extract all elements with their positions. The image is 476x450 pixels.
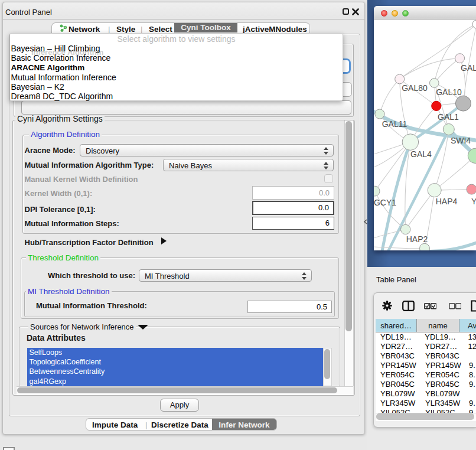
svg-text:GAL11: GAL11 bbox=[382, 119, 407, 129]
svg-text:Y: Y bbox=[471, 197, 476, 206]
svg-text:GCY1: GCY1 bbox=[374, 198, 396, 207]
svg-text:GAL1: GAL1 bbox=[438, 112, 459, 122]
svg-text:GAL: GAL bbox=[461, 63, 476, 73]
svg-text:SWI4: SWI4 bbox=[451, 136, 471, 145]
svg-text:GAL80: GAL80 bbox=[402, 83, 428, 93]
svg-text:GAL10: GAL10 bbox=[436, 87, 462, 97]
svg-text:HAP2: HAP2 bbox=[406, 234, 428, 244]
svg-text:HAP4: HAP4 bbox=[436, 197, 458, 206]
svg-text:GAL4: GAL4 bbox=[410, 149, 432, 159]
